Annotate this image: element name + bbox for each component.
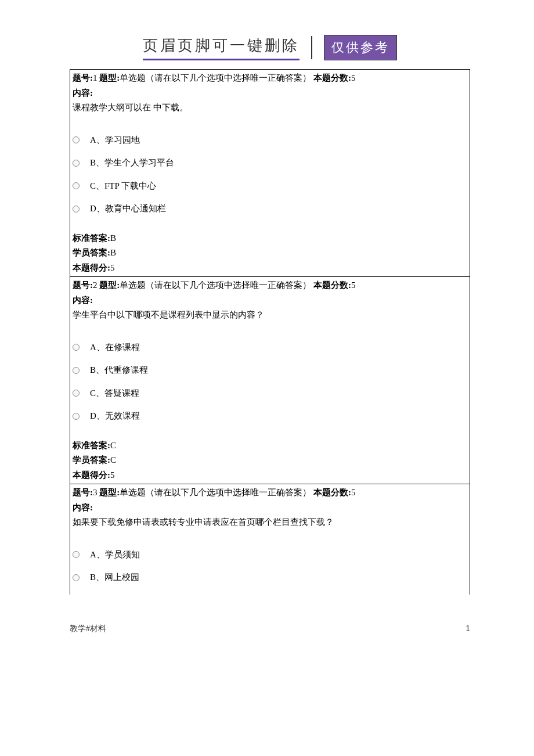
question-type-label: 题型: [99,73,120,82]
score-label: 本题分数: [313,488,351,497]
footer-left: 教学#材料 [70,624,106,634]
option-label: A、学员须知 [90,548,140,563]
option-label: C、FTP 下载中心 [90,179,156,194]
option-label: A、学习园地 [90,133,140,148]
question-header: 题号:3 题型:单选题（请在以下几个选项中选择唯一正确答案） 本题分数:5 [73,488,356,497]
option-row: C、FTP 下载中心 [73,179,467,194]
content-label: 内容: [73,501,467,516]
question-num-label: 题号: [73,280,93,290]
earned-score-line: 本题得分:5 [73,468,467,483]
option-row: A、在修课程 [73,340,467,355]
question-block-3: 题号:3 题型:单选题（请在以下几个选项中选择唯一正确答案） 本题分数:5 内容… [70,484,470,595]
option-row: A、学习园地 [73,133,467,148]
option-row: B、学生个人学习平台 [73,156,467,171]
header-badge: 仅供参考 [324,35,397,60]
options-list: A、学员须知 B、网上校园 [73,548,467,585]
earned-score-label: 本题得分: [73,261,110,276]
question-block-2: 题号:2 题型:单选题（请在以下几个选项中选择唯一正确答案） 本题分数:5 内容… [70,277,470,484]
earned-score-value: 5 [110,261,115,276]
option-row: D、教育中心通知栏 [73,201,467,217]
option-row: D、无效课程 [73,409,467,424]
question-num-label: 题号: [73,488,93,497]
score-label: 本题分数: [313,280,351,290]
standard-answer-line: 标准答案:B [73,231,467,246]
student-answer-line: 学员答案:C [73,453,467,468]
question-type-label: 题型: [99,488,120,497]
radio-icon[interactable] [73,206,80,213]
standard-answer-value: C [110,438,116,453]
radio-icon[interactable] [73,390,80,397]
student-answer-value: C [110,453,116,468]
question-type-label: 题型: [99,280,120,290]
earned-score-line: 本题得分:5 [73,261,467,276]
question-type-value: 单选题（请在以下几个选项中选择唯一正确答案） [120,73,311,82]
radio-icon[interactable] [73,136,80,143]
option-label: D、无效课程 [90,409,140,424]
page-number: 1 [466,624,470,634]
radio-icon[interactable] [73,344,80,351]
student-answer-line: 学员答案:B [73,246,467,261]
question-score: 5 [351,73,356,82]
standard-answer-line: 标准答案:C [73,438,467,453]
radio-icon[interactable] [73,160,80,167]
radio-icon[interactable] [73,367,80,374]
question-score: 5 [351,488,356,497]
score-label: 本题分数: [313,73,351,82]
header-title: 页眉页脚可一键删除 [143,35,300,60]
student-answer-label: 学员答案: [73,246,110,261]
option-label: B、网上校园 [90,570,139,585]
radio-icon[interactable] [73,574,80,581]
question-num: 1 [93,73,98,82]
content-label: 内容: [73,293,467,308]
options-list: A、在修课程 B、代重修课程 C、答疑课程 D、无效课程 [73,340,467,424]
question-num: 2 [93,280,98,290]
question-type-value: 单选题（请在以下几个选项中选择唯一正确答案） [120,280,311,290]
question-content: 课程教学大纲可以在 中下载。 [73,100,467,116]
standard-answer-label: 标准答案: [73,231,110,246]
header-divider [311,36,312,59]
earned-score-label: 本题得分: [73,468,110,483]
option-row: A、学员须知 [73,548,467,563]
question-block-1: 题号:1 题型:单选题（请在以下几个选项中选择唯一正确答案） 本题分数:5 内容… [70,70,470,277]
page-footer: 教学#材料 1 [70,624,470,634]
question-type-value: 单选题（请在以下几个选项中选择唯一正确答案） [120,488,311,497]
option-label: B、代重修课程 [90,363,148,378]
answers-block: 标准答案:C 学员答案:C 本题得分:5 [73,438,467,483]
radio-icon[interactable] [73,551,80,558]
question-num: 3 [93,488,98,497]
student-answer-value: B [110,246,116,261]
question-content: 学生平台中以下哪项不是课程列表中显示的内容？ [73,308,467,323]
question-content: 如果要下载免修申请表或转专业申请表应在首页哪个栏目查找下载？ [73,515,467,530]
options-list: A、学习园地 B、学生个人学习平台 C、FTP 下载中心 D、教育中心通知栏 [73,133,467,217]
radio-icon[interactable] [73,182,80,189]
option-row: B、代重修课程 [73,363,467,378]
content-label: 内容: [73,86,467,101]
question-header: 题号:1 题型:单选题（请在以下几个选项中选择唯一正确答案） 本题分数:5 [73,73,356,82]
earned-score-value: 5 [110,468,115,483]
standard-answer-label: 标准答案: [73,438,110,453]
option-row: B、网上校园 [73,570,467,585]
radio-icon[interactable] [73,413,80,420]
content-wrapper: 题号:1 题型:单选题（请在以下几个选项中选择唯一正确答案） 本题分数:5 内容… [70,69,470,595]
option-label: A、在修课程 [90,340,140,355]
option-label: B、学生个人学习平台 [90,156,174,171]
question-num-label: 题号: [73,73,93,82]
option-row: C、答疑课程 [73,386,467,401]
student-answer-label: 学员答案: [73,453,110,468]
option-label: D、教育中心通知栏 [90,201,166,217]
page-header: 页眉页脚可一键删除 仅供参考 [70,35,470,60]
question-score: 5 [351,280,356,290]
answers-block: 标准答案:B 学员答案:B 本题得分:5 [73,231,467,276]
standard-answer-value: B [110,231,116,246]
option-label: C、答疑课程 [90,386,139,401]
question-header: 题号:2 题型:单选题（请在以下几个选项中选择唯一正确答案） 本题分数:5 [73,280,356,290]
